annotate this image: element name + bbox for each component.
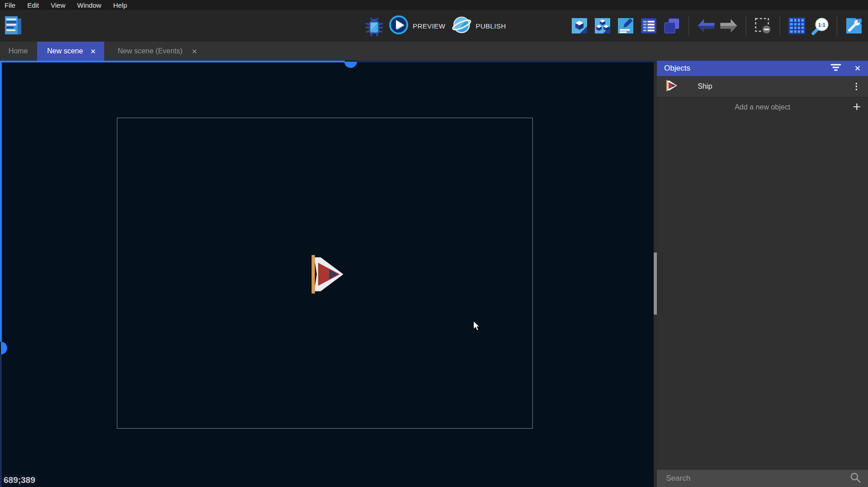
objects-search-input[interactable] xyxy=(666,474,850,483)
tab-close-icon[interactable]: ✕ xyxy=(90,48,96,55)
tab-label: New scene (Events) xyxy=(118,47,183,55)
toolbar-separator xyxy=(689,16,689,35)
filter-icon[interactable] xyxy=(830,63,842,73)
open-objects-editor-icon[interactable] xyxy=(571,17,588,34)
open-layers-editor-icon[interactable] xyxy=(663,17,680,34)
ship-thumbnail-icon xyxy=(664,79,678,94)
canvas-top-scroll-thumb[interactable] xyxy=(344,62,357,68)
menu-view[interactable]: View xyxy=(51,1,65,9)
menu-bar: File Edit View Window Help xyxy=(0,0,868,10)
object-menu-kebab-icon[interactable]: ⋮ xyxy=(852,84,861,89)
ship-instance[interactable] xyxy=(305,254,345,295)
project-manager-icon[interactable] xyxy=(4,15,23,36)
preview-label: PREVIEW xyxy=(413,22,445,30)
objects-panel-header: Objects ✕ xyxy=(657,61,868,76)
redo-icon[interactable] xyxy=(720,17,738,34)
toolbar-separator xyxy=(780,16,780,35)
cursor-coordinates: 689;389 xyxy=(3,475,38,486)
grid-icon[interactable] xyxy=(788,17,805,34)
plus-icon: + xyxy=(853,99,861,115)
tab-label: Home xyxy=(9,47,28,55)
tab-new-scene-events[interactable]: New scene (Events) ✕ xyxy=(108,42,205,61)
menu-window[interactable]: Window xyxy=(77,1,101,9)
scene-canvas[interactable]: 689;389 xyxy=(0,61,654,487)
svg-text:1:1: 1:1 xyxy=(818,22,825,28)
objects-panel: Objects ✕ xyxy=(657,61,868,487)
preview-play-icon xyxy=(389,15,409,37)
toolbar-separator xyxy=(837,16,837,35)
undo-icon[interactable] xyxy=(697,17,714,34)
zoom-1-1-icon[interactable]: 1:1 xyxy=(811,17,829,34)
toolbar-separator xyxy=(746,16,746,35)
main-area: 689;389 Objects ✕ xyxy=(0,61,868,487)
canvas-top-scrollbar-track[interactable] xyxy=(357,61,654,62)
canvas-top-scrollbar[interactable] xyxy=(0,61,345,62)
debugger-icon[interactable] xyxy=(365,17,382,34)
publish-globe-icon xyxy=(452,15,472,37)
tab-label: New scene xyxy=(47,47,83,55)
object-row-ship[interactable]: Ship ⋮ xyxy=(657,76,868,97)
search-icon xyxy=(850,472,861,485)
editor-tabbar: Home New scene ✕ New scene (Events) ✕ xyxy=(0,42,868,61)
menu-file[interactable]: File xyxy=(5,1,15,9)
publish-button[interactable]: PUBLISH xyxy=(452,15,506,37)
menu-help[interactable]: Help xyxy=(113,1,127,9)
scene-settings-wrench-icon[interactable] xyxy=(845,17,863,34)
open-properties-panel-icon[interactable] xyxy=(617,17,634,34)
objects-panel-title: Objects xyxy=(664,64,690,73)
open-instances-list-icon[interactable] xyxy=(640,17,657,34)
add-new-object-button[interactable]: Add a new object + xyxy=(657,97,868,117)
main-toolbar: PREVIEW PUBLISH xyxy=(0,10,868,42)
tab-home[interactable]: Home xyxy=(0,42,36,61)
menu-edit[interactable]: Edit xyxy=(27,1,39,9)
objects-search-bar xyxy=(657,470,868,487)
canvas-right-scrollbar[interactable] xyxy=(654,61,657,487)
close-panel-icon[interactable]: ✕ xyxy=(854,64,861,73)
add-new-object-label: Add a new object xyxy=(657,103,868,111)
object-name: Ship xyxy=(698,82,712,91)
tab-close-icon[interactable]: ✕ xyxy=(192,48,198,55)
canvas-left-scroll-thumb[interactable] xyxy=(1,342,7,354)
canvas-left-scrollbar[interactable] xyxy=(0,61,2,342)
canvas-right-scroll-thumb[interactable] xyxy=(654,253,657,315)
tab-new-scene[interactable]: New scene ✕ xyxy=(37,42,104,61)
open-object-groups-editor-icon[interactable] xyxy=(594,17,611,34)
objects-panel-body xyxy=(657,117,868,470)
window-mask-icon[interactable] xyxy=(754,17,772,34)
canvas-left-scrollbar-track[interactable] xyxy=(0,354,2,487)
preview-button[interactable]: PREVIEW xyxy=(389,15,445,37)
mouse-cursor xyxy=(473,321,480,333)
publish-label: PUBLISH xyxy=(476,22,506,30)
